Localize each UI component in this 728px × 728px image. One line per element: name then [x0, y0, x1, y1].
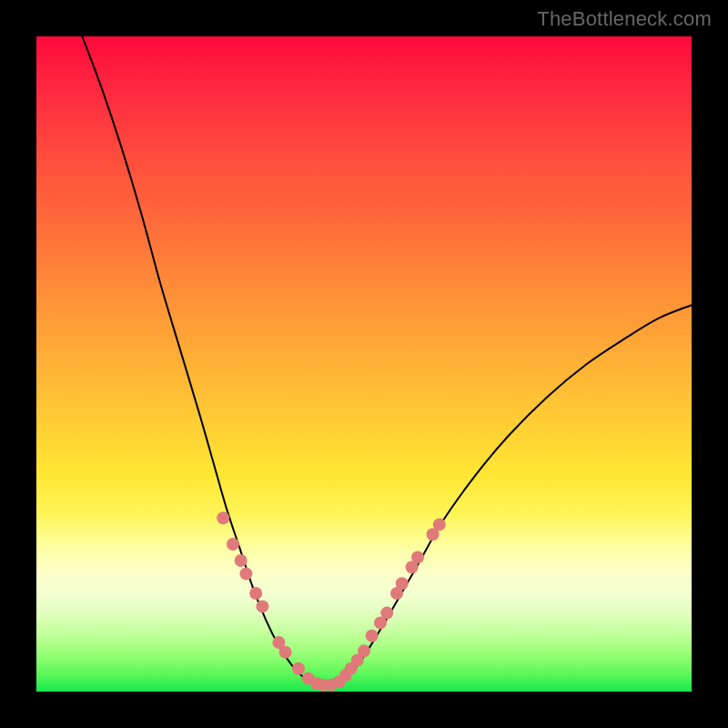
curve-marker	[227, 538, 239, 551]
curve-marker	[217, 511, 229, 524]
curve-marker	[249, 587, 262, 600]
curve-marker	[358, 644, 370, 657]
plot-area	[36, 36, 692, 692]
chart-frame: TheBottleneck.com	[0, 0, 728, 728]
curve-marker	[396, 577, 409, 590]
watermark-text: TheBottleneck.com	[537, 7, 712, 31]
curve-marker	[239, 567, 252, 580]
curve-marker	[256, 600, 268, 612]
plot-svg	[36, 36, 692, 692]
curve-marker	[235, 554, 248, 567]
curve-marker	[279, 646, 292, 659]
curve-line	[82, 36, 692, 686]
curve-markers	[217, 511, 446, 692]
curve-marker	[411, 551, 424, 563]
curve-marker	[366, 630, 379, 642]
curve-marker	[433, 518, 446, 531]
curve-marker	[292, 662, 305, 675]
curve-marker	[380, 607, 393, 620]
